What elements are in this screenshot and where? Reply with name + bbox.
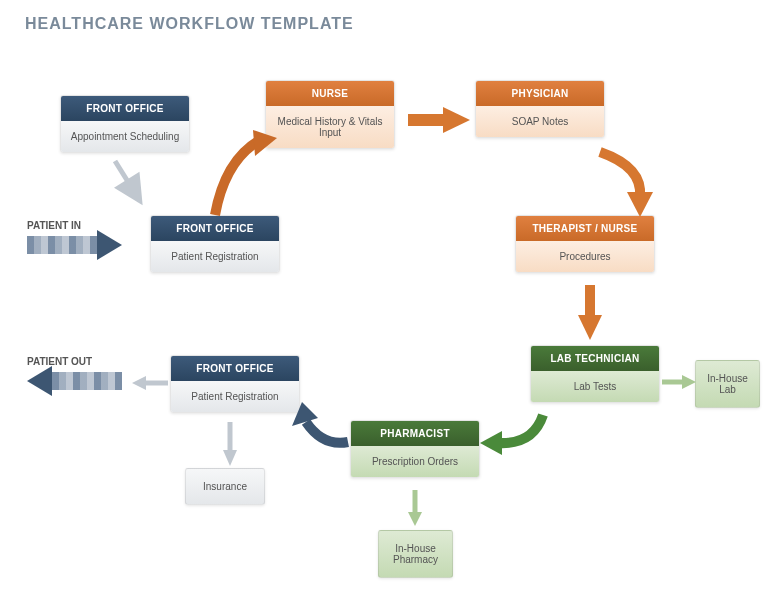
node-nurse: NURSE Medical History & Vitals Input [265, 80, 395, 149]
node-therapist: THERAPIST / NURSE Procedures [515, 215, 655, 273]
arrow-fo2-to-out [128, 373, 170, 393]
node-lab-technician: LAB TECHNICIAN Lab Tests [530, 345, 660, 403]
node-header: FRONT OFFICE [171, 356, 299, 381]
node-physician: PHYSICIAN SOAP Notes [475, 80, 605, 138]
node-body: Patient Registration [171, 381, 299, 412]
node-header: FRONT OFFICE [61, 96, 189, 121]
node-header: LAB TECHNICIAN [531, 346, 659, 371]
arrow-fo2-to-insurance [220, 420, 240, 470]
node-inhouse-lab: In-House Lab [695, 360, 760, 408]
node-inhouse-pharmacy: In-House Pharmacy [378, 530, 453, 578]
node-header: NURSE [266, 81, 394, 106]
node-header: PHYSICIAN [476, 81, 604, 106]
node-front-office-appointment: FRONT OFFICE Appointment Scheduling [60, 95, 190, 153]
arrow-nurse-to-physician [398, 105, 478, 135]
node-header: PHARMACIST [351, 421, 479, 446]
node-body: Procedures [516, 241, 654, 272]
arrow-therapist-to-lab [570, 280, 610, 345]
node-body: Patient Registration [151, 241, 279, 272]
node-body: Lab Tests [531, 371, 659, 402]
node-insurance: Insurance [185, 468, 265, 505]
arrow-physician-to-therapist [595, 142, 675, 222]
label-patient-in: PATIENT IN [27, 220, 81, 231]
node-front-office-registration-2: FRONT OFFICE Patient Registration [170, 355, 300, 413]
node-front-office-registration: FRONT OFFICE Patient Registration [150, 215, 280, 273]
node-body: Prescription Orders [351, 446, 479, 477]
arrow-pharm-to-inhouse [405, 488, 425, 530]
node-body: Appointment Scheduling [61, 121, 189, 152]
arrow-appt-to-reg [100, 156, 160, 216]
page-title: HEALTHCARE WORKFLOW TEMPLATE [25, 15, 354, 33]
node-header: THERAPIST / NURSE [516, 216, 654, 241]
node-body: Medical History & Vitals Input [266, 106, 394, 148]
arrow-lab-to-inhouse [660, 372, 700, 392]
node-body: SOAP Notes [476, 106, 604, 137]
node-pharmacist: PHARMACIST Prescription Orders [350, 420, 480, 478]
node-header: FRONT OFFICE [151, 216, 279, 241]
arrow-lab-to-pharmacist [478, 405, 558, 465]
